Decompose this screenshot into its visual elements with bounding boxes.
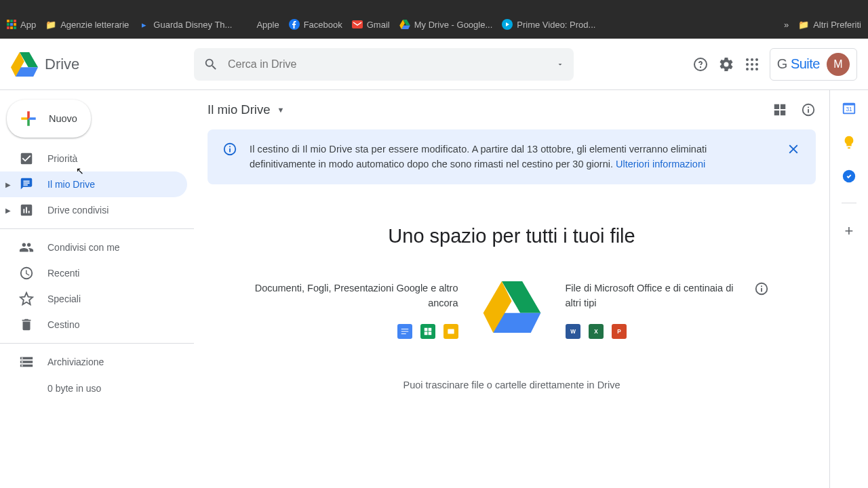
new-button-label: Nuovo	[49, 113, 77, 124]
svg-point-7	[751, 63, 753, 66]
banner-link[interactable]: Ulteriori informazioni	[616, 159, 705, 169]
help-icon[interactable]	[692, 56, 709, 73]
bookmark-item[interactable]: My Drive - Google...	[399, 19, 493, 30]
sidebar: Nuovo Priorità ▶ Il mio Drive ▶ Drive co…	[0, 90, 194, 488]
info-icon	[222, 142, 237, 157]
drive-logo-large	[483, 281, 541, 333]
empty-subtext: Puoi trascinare file o cartelle direttam…	[208, 380, 816, 390]
app-header: Drive G Suite M	[0, 39, 868, 90]
svg-point-6	[746, 63, 749, 66]
info-icon[interactable]	[754, 281, 769, 296]
divider	[842, 203, 856, 203]
empty-right-text: File di Microsoft Office e di centinaia …	[566, 281, 746, 311]
sidebar-item-storage[interactable]: Archiviazione	[0, 349, 187, 375]
grid-view-icon[interactable]	[772, 102, 787, 117]
storage-icon	[19, 354, 34, 369]
sidebar-item-label: Condivisi con me	[47, 242, 120, 253]
svg-rect-1	[352, 20, 363, 28]
sidebar-item-mydrive[interactable]: ▶ Il mio Drive	[0, 171, 187, 197]
svg-point-8	[755, 63, 758, 66]
side-panel: 31 +	[830, 90, 868, 488]
office-apps-icons: W X P	[566, 324, 746, 339]
svg-point-5	[755, 58, 758, 61]
mydrive-icon	[19, 177, 34, 192]
clock-icon	[19, 266, 34, 281]
settings-icon[interactable]	[718, 56, 734, 73]
trash-icon	[19, 317, 34, 332]
empty-left-text: Documenti, Fogli, Presentazioni Google e…	[255, 281, 458, 311]
drive-logo-icon	[11, 52, 38, 77]
info-banner: Il cestino di Il mio Drive sta per esser…	[208, 129, 816, 184]
svg-point-3	[746, 58, 749, 61]
svg-point-10	[751, 68, 753, 70]
sidebar-item-trash[interactable]: Cestino	[0, 312, 187, 338]
sidebar-item-label: Drive condivisi	[47, 205, 108, 216]
bookmark-apps[interactable]: App	[7, 20, 36, 30]
bookmark-other[interactable]: 📁Altri Preferiti	[798, 19, 861, 30]
search-box[interactable]	[194, 48, 574, 81]
logo-area[interactable]: Drive	[11, 52, 194, 77]
banner-title: Il cestino di Il mio Drive sta per esser…	[250, 144, 469, 155]
bookmark-item[interactable]: Apple	[241, 19, 279, 30]
slides-icon	[443, 324, 458, 339]
empty-state: Uno spazio per tutti i tuoi file Documen…	[208, 225, 816, 391]
sheets-icon	[420, 324, 435, 339]
avatar[interactable]: M	[827, 53, 850, 76]
new-button[interactable]: Nuovo	[7, 100, 91, 138]
star-icon	[19, 291, 34, 306]
search-options-icon[interactable]	[556, 60, 564, 68]
storage-usage: 0 byte in uso	[0, 375, 194, 402]
svg-point-4	[751, 58, 753, 61]
sidebar-item-shared-with-me[interactable]: Condivisi con me	[0, 235, 187, 260]
search-input[interactable]	[228, 58, 547, 70]
details-icon[interactable]	[801, 102, 816, 117]
browser-toolbar	[0, 0, 868, 10]
close-icon[interactable]	[786, 142, 801, 157]
content-main: Il mio Drive ▼ Il cestino di Il mio Driv…	[194, 90, 830, 488]
bookmark-item[interactable]: ▸Guarda Disney Th...	[138, 19, 232, 30]
svg-text:31: 31	[846, 106, 852, 113]
word-icon: W	[566, 324, 580, 339]
bookmark-item[interactable]: Facebook	[289, 19, 342, 30]
bookmark-item[interactable]: 📁Agenzie letterarie	[45, 19, 129, 30]
bookmark-item[interactable]: Gmail	[352, 19, 390, 30]
search-icon	[203, 57, 218, 72]
svg-text:P: P	[617, 329, 621, 335]
svg-point-11	[755, 68, 758, 70]
apps-grid-icon[interactable]	[744, 56, 760, 73]
plus-icon	[18, 108, 39, 129]
product-name: Drive	[45, 56, 79, 73]
sidebar-item-label: Priorità	[47, 153, 77, 164]
chevron-right-icon[interactable]: ▶	[5, 207, 11, 214]
empty-headline: Uno spazio per tutti i tuoi file	[208, 225, 816, 247]
excel-icon: X	[589, 324, 604, 339]
gsuite-label: G Suite	[777, 56, 820, 72]
sidebar-item-label: Recenti	[47, 268, 79, 279]
gsuite-button[interactable]: G Suite M	[770, 48, 857, 81]
svg-rect-12	[448, 329, 454, 334]
add-addon-icon[interactable]: +	[845, 222, 854, 240]
calendar-icon[interactable]: 31	[842, 101, 856, 116]
chevron-right-icon[interactable]: ▶	[5, 181, 11, 188]
powerpoint-icon: P	[612, 324, 627, 339]
bookmark-item[interactable]: Prime Video: Prod...	[502, 19, 595, 30]
sidebar-item-priority[interactable]: Priorità	[0, 146, 187, 171]
bookmark-overflow[interactable]: »	[784, 20, 789, 30]
bookmarks-bar: App 📁Agenzie letterarie ▸Guarda Disney T…	[0, 10, 868, 39]
sidebar-item-starred[interactable]: Speciali	[0, 286, 187, 312]
sidebar-item-label: Cestino	[47, 319, 79, 330]
chevron-down-icon[interactable]: ▼	[277, 106, 285, 114]
sidebar-item-recent[interactable]: Recenti	[0, 260, 187, 286]
docs-icon	[397, 324, 412, 339]
sidebar-item-label: Speciali	[47, 293, 81, 304]
sidebar-item-label: Il mio Drive	[47, 179, 95, 190]
svg-point-9	[746, 68, 749, 70]
breadcrumb-title[interactable]: Il mio Drive	[208, 102, 271, 117]
svg-text:X: X	[594, 329, 598, 335]
people-icon	[19, 240, 34, 255]
sidebar-item-shared-drives[interactable]: ▶ Drive condivisi	[0, 197, 187, 223]
tasks-icon[interactable]	[842, 169, 856, 184]
svg-text:W: W	[570, 329, 576, 335]
breadcrumb: Il mio Drive ▼	[208, 98, 816, 121]
keep-icon[interactable]	[842, 135, 856, 150]
